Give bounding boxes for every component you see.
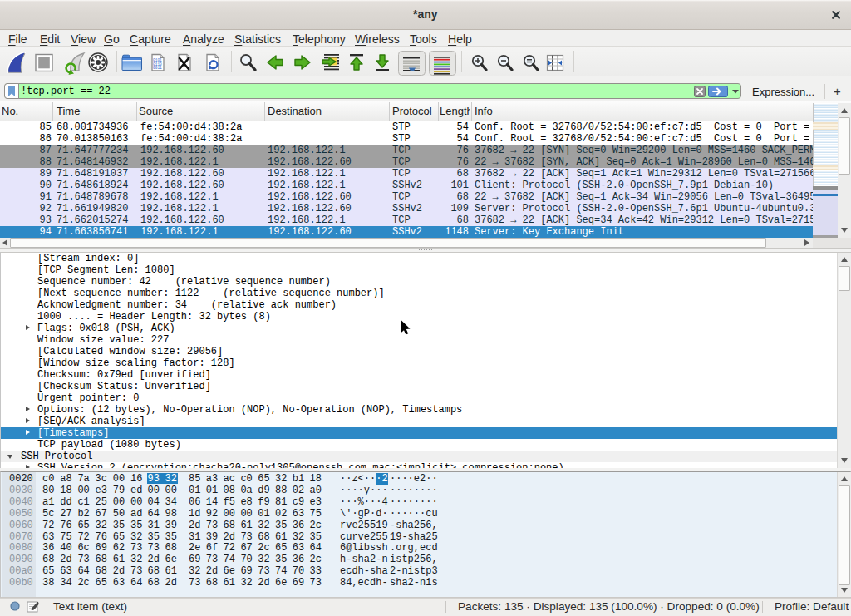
svg-text:0011: 0011 (153, 66, 162, 70)
